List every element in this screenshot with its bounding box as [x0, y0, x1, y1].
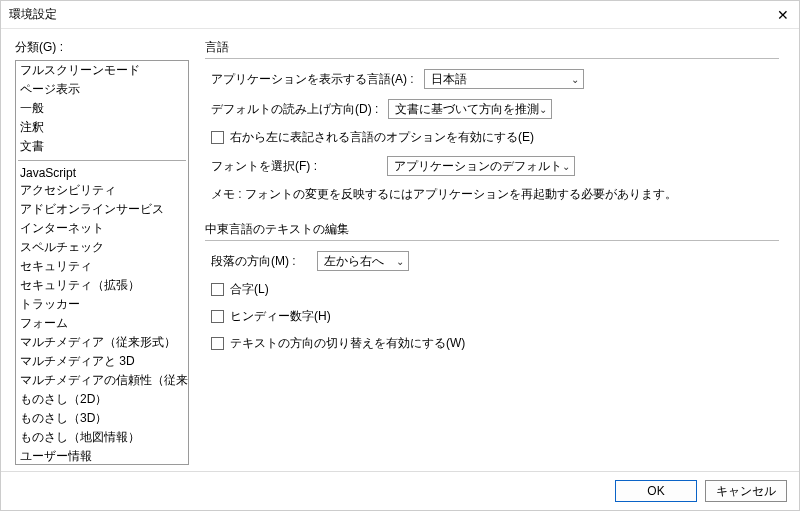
list-item[interactable]: ページ表示: [16, 80, 188, 99]
dialog-title: 環境設定: [9, 6, 57, 23]
list-item[interactable]: アクセシビリティ: [16, 181, 188, 200]
list-item[interactable]: 注釈: [16, 118, 188, 137]
category-list[interactable]: フルスクリーンモードページ表示一般注釈文書JavaScriptアクセシビリティア…: [15, 60, 189, 465]
list-item[interactable]: フルスクリーンモード: [16, 61, 188, 80]
list-item[interactable]: インターネット: [16, 219, 188, 238]
chevron-down-icon: ⌄: [571, 74, 579, 85]
list-item[interactable]: アドビオンラインサービス: [16, 200, 188, 219]
list-item[interactable]: トラッカー: [16, 295, 188, 314]
chevron-down-icon: ⌄: [396, 256, 404, 267]
dialog-body: 分類(G) : フルスクリーンモードページ表示一般注釈文書JavaScriptア…: [1, 29, 799, 471]
text-direction-switch-row: テキストの方向の切り替えを有効にする(W): [205, 335, 779, 352]
sidebar: 分類(G) : フルスクリーンモードページ表示一般注釈文書JavaScriptア…: [15, 39, 189, 465]
close-icon[interactable]: ✕: [775, 7, 791, 23]
reading-direction-row: デフォルトの読み上げ方向(D) : 文書に基づいて方向を推測 ⌄: [205, 99, 779, 119]
paragraph-direction-value: 左から右へ: [324, 253, 384, 270]
font-label: フォントを選択(F) :: [211, 158, 377, 175]
rtl-checkbox[interactable]: [211, 131, 224, 144]
main-panel: 言語 アプリケーションを表示する言語(A) : 日本語 ⌄ デフォルトの読み上げ…: [199, 39, 785, 465]
font-combo[interactable]: アプリケーションのデフォルト ⌄: [387, 156, 575, 176]
ligatures-row: 合字(L): [205, 281, 779, 298]
list-item[interactable]: ユーザー情報: [16, 447, 188, 465]
list-item[interactable]: スペルチェック: [16, 238, 188, 257]
list-item[interactable]: ものさし（3D）: [16, 409, 188, 428]
reading-direction-label: デフォルトの読み上げ方向(D) :: [211, 101, 378, 118]
hindi-digits-label: ヒンディー数字(H): [230, 308, 331, 325]
reading-direction-value: 文書に基づいて方向を推測: [395, 101, 539, 118]
hindi-digits-checkbox[interactable]: [211, 310, 224, 323]
reading-direction-combo[interactable]: 文書に基づいて方向を推測 ⌄: [388, 99, 552, 119]
text-direction-switch-checkbox[interactable]: [211, 337, 224, 350]
list-item[interactable]: フォーム: [16, 314, 188, 333]
cancel-button[interactable]: キャンセル: [705, 480, 787, 502]
group-middle-east-title: 中東言語のテキストの編集: [205, 221, 779, 241]
app-language-combo[interactable]: 日本語 ⌄: [424, 69, 584, 89]
list-separator: [18, 160, 186, 161]
list-item[interactable]: 一般: [16, 99, 188, 118]
app-language-value: 日本語: [431, 71, 467, 88]
paragraph-direction-combo[interactable]: 左から右へ ⌄: [317, 251, 409, 271]
hindi-digits-row: ヒンディー数字(H): [205, 308, 779, 325]
paragraph-direction-row: 段落の方向(M) : 左から右へ ⌄: [205, 251, 779, 271]
font-note: メモ : フォントの変更を反映するにはアプリケーションを再起動する必要があります…: [205, 186, 779, 203]
group-language-title: 言語: [205, 39, 779, 59]
text-direction-switch-label: テキストの方向の切り替えを有効にする(W): [230, 335, 465, 352]
list-item[interactable]: JavaScript: [16, 165, 188, 181]
titlebar: 環境設定 ✕: [1, 1, 799, 29]
ligatures-checkbox[interactable]: [211, 283, 224, 296]
list-item[interactable]: マルチメディアと 3D: [16, 352, 188, 371]
rtl-option-row: 右から左に表記される言語のオプションを有効にする(E): [205, 129, 779, 146]
list-item[interactable]: セキュリティ（拡張）: [16, 276, 188, 295]
chevron-down-icon: ⌄: [539, 104, 547, 115]
list-item[interactable]: マルチメディアの信頼性（従来形式）: [16, 371, 188, 390]
list-item[interactable]: ものさし（2D）: [16, 390, 188, 409]
chevron-down-icon: ⌄: [562, 161, 570, 172]
app-language-label: アプリケーションを表示する言語(A) :: [211, 71, 414, 88]
preferences-dialog: 環境設定 ✕ 分類(G) : フルスクリーンモードページ表示一般注釈文書Java…: [0, 0, 800, 511]
category-label: 分類(G) :: [15, 39, 189, 56]
ok-button[interactable]: OK: [615, 480, 697, 502]
list-item[interactable]: 文書: [16, 137, 188, 156]
font-row: フォントを選択(F) : アプリケーションのデフォルト ⌄: [205, 156, 779, 176]
paragraph-direction-label: 段落の方向(M) :: [211, 253, 307, 270]
dialog-footer: OK キャンセル: [1, 471, 799, 510]
app-language-row: アプリケーションを表示する言語(A) : 日本語 ⌄: [205, 69, 779, 89]
list-item[interactable]: セキュリティ: [16, 257, 188, 276]
font-value: アプリケーションのデフォルト: [394, 158, 562, 175]
list-item[interactable]: ものさし（地図情報）: [16, 428, 188, 447]
rtl-label: 右から左に表記される言語のオプションを有効にする(E): [230, 129, 534, 146]
list-item[interactable]: マルチメディア（従来形式）: [16, 333, 188, 352]
ligatures-label: 合字(L): [230, 281, 269, 298]
